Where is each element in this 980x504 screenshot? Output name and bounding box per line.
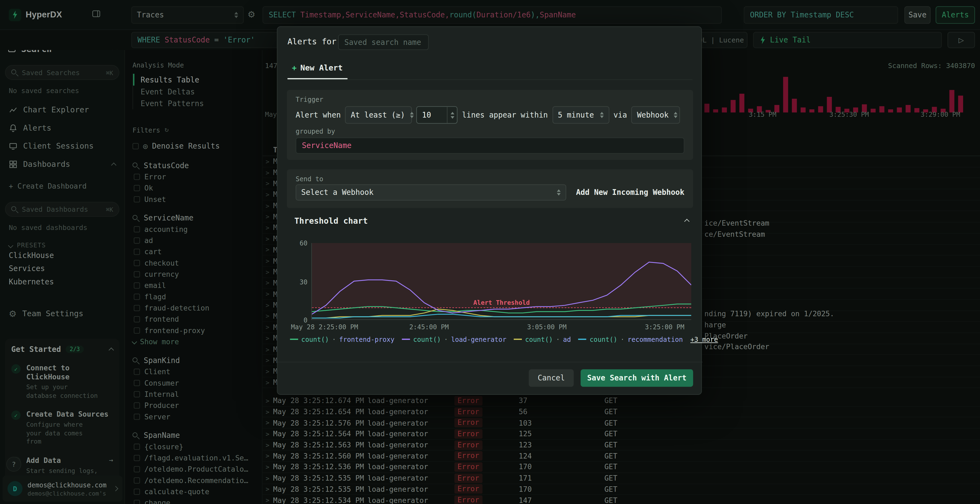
series-color-icon	[290, 339, 298, 340]
x-tick-label: May 28 2:25:00 PM	[291, 323, 358, 331]
grouped-by-input[interactable]: ServiceName	[296, 137, 684, 154]
save-search-with-alert-button[interactable]: Save Search with Alert	[581, 369, 693, 387]
chart-series	[312, 243, 692, 319]
alert-dialog: Alerts for Saved search name + New Alert…	[277, 26, 702, 395]
series-color-icon	[579, 339, 587, 340]
plus-icon: +	[292, 63, 296, 72]
legend-more-link[interactable]: +3 more	[690, 335, 718, 343]
legend-item[interactable]: count()·load-generator	[402, 335, 507, 343]
series-color-icon	[514, 339, 522, 340]
threshold-chart-title: Threshold chart	[294, 216, 368, 225]
dialog-title: Alerts for	[288, 37, 336, 46]
channel-select[interactable]: Webhook	[631, 106, 680, 124]
collapse-chart-icon[interactable]	[684, 219, 689, 224]
x-tick-label: 3:25:00 PM	[645, 323, 684, 331]
legend-item[interactable]: count()·frontend-proxy	[290, 335, 395, 343]
add-webhook-link[interactable]: Add New Incoming Webhook	[576, 188, 684, 197]
webhook-select[interactable]: Select a Webhook	[296, 184, 566, 200]
interval-select[interactable]: 5 minute	[552, 106, 609, 124]
x-tick-label: 3:05:00 PM	[527, 323, 566, 331]
tab-new-alert[interactable]: + New Alert	[292, 63, 343, 72]
threshold-chart: Alert Threshold	[311, 243, 691, 320]
series-color-icon	[402, 339, 410, 340]
condition-select[interactable]: At least (≥)	[345, 106, 412, 124]
app-window: HyperDX Traces ⚙ SELECT Timestamp,Servic…	[0, 0, 980, 504]
send-to-label: Send to	[296, 175, 323, 183]
threshold-input[interactable]: 10	[417, 106, 458, 124]
number-spinner-icon[interactable]	[447, 107, 457, 123]
grouped-by-label: grouped by	[296, 127, 335, 135]
alert-when-label: Alert when	[296, 110, 341, 119]
trigger-card: Trigger Alert when At least (≥) 10 lines…	[287, 90, 693, 160]
trigger-label: Trigger	[296, 95, 323, 103]
lines-within-label: lines appear within	[462, 110, 548, 119]
send-to-card: Send to Select a Webhook Add New Incomin…	[287, 169, 693, 208]
y-tick-label: 60	[283, 239, 308, 247]
via-label: via	[613, 110, 627, 119]
legend-item[interactable]: count()·recommendation	[579, 335, 683, 343]
y-tick-label: 0	[283, 316, 308, 324]
divider	[288, 79, 692, 80]
x-tick-label: 2:45:00 PM	[409, 323, 449, 331]
divider	[277, 362, 702, 362]
saved-search-name-input[interactable]: Saved search name	[338, 34, 429, 50]
y-tick-label: 30	[283, 278, 308, 285]
cancel-button[interactable]: Cancel	[529, 369, 574, 387]
legend-item[interactable]: count()·ad	[514, 335, 571, 343]
chart-legend: count()·frontend-proxycount()·load-gener…	[290, 335, 692, 343]
